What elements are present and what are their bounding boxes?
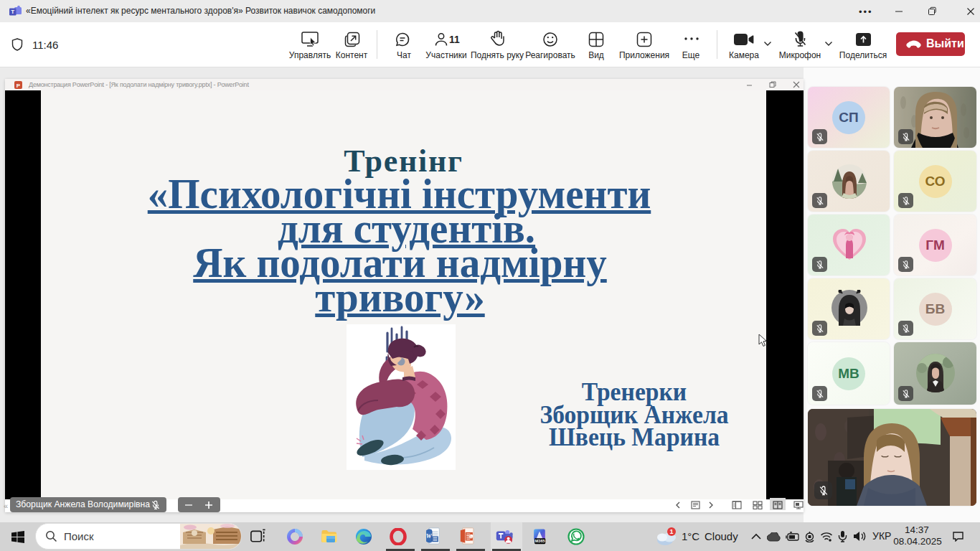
svg-text:P: P xyxy=(17,83,21,89)
svg-text:T: T xyxy=(11,9,14,15)
svg-text:M365: M365 xyxy=(535,539,545,543)
svg-text:1: 1 xyxy=(669,528,673,535)
svg-text:W: W xyxy=(426,532,433,540)
